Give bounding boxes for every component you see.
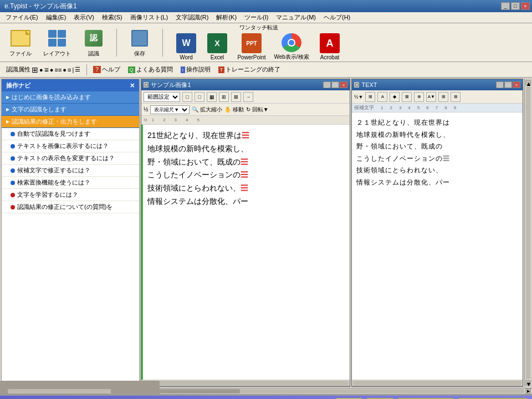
menu-tools[interactable]: ツール(I)	[241, 13, 272, 22]
zoom-half[interactable]: ½	[144, 106, 148, 112]
t2-manual[interactable]: i 操作説明	[178, 64, 213, 75]
doc-btn-2[interactable]: □	[195, 92, 204, 102]
layout-button[interactable]: レイアウト	[41, 27, 73, 59]
minimize-button[interactable]: _	[501, 2, 510, 10]
file-button[interactable]: ファイル	[4, 27, 37, 59]
scroll-down-btn[interactable]: ▼	[525, 380, 531, 386]
text-btn-3[interactable]: ◆	[390, 92, 400, 102]
doc-btn-5[interactable]: ⊠	[231, 92, 241, 102]
menu-analysis[interactable]: 解析(K)	[213, 13, 240, 22]
text-doc-controls[interactable]: _ □ ×	[496, 81, 520, 88]
text-scrolltrack[interactable]	[353, 381, 521, 385]
sample-image-title: サンプル画像1	[151, 81, 191, 89]
menu-edit[interactable]: 編集(E)	[43, 13, 70, 22]
text-panel-title: TEXT	[361, 81, 377, 88]
word-button[interactable]: W Word	[172, 33, 201, 62]
menu-recognition[interactable]: 文字認識(R)	[172, 13, 212, 22]
text-close-btn[interactable]: ×	[513, 81, 520, 88]
doc-btn-3[interactable]: ▦	[207, 92, 217, 102]
sample-scrolltrack[interactable]	[142, 381, 349, 385]
zoom-btn[interactable]: 🔍 拡大縮小	[192, 106, 222, 114]
web-btn-label: Web表示/検索	[274, 53, 309, 61]
text-panel-toolbar: ½▼ ⊞ A ◆ ⊠ ⊕ A▼ ⊞ ⊞	[352, 90, 523, 104]
text-ruler: 候補文字 123456789	[352, 104, 523, 112]
menu-file[interactable]: ファイル(E)	[2, 13, 42, 22]
text-btn-6[interactable]: A▼	[426, 92, 436, 102]
nav-section-3[interactable]: ▶ 認識結果の修正・出力をします	[2, 116, 139, 128]
window-controls[interactable]: _ □ ×	[501, 2, 530, 10]
close-button[interactable]: ×	[521, 2, 530, 10]
recognition-button[interactable]: 認 認識	[78, 27, 110, 59]
main-toolbar: ファイル レイアウト 認 認識 保存 ワンタッチ転送 W Word	[0, 23, 532, 62]
acrobat-button[interactable]: A Acrobat	[314, 33, 346, 62]
text-maximize-btn[interactable]: □	[504, 81, 512, 88]
help-header: ステップ１ 文章形式の原稿の認識 ◀ 戻る 次へ ▶ ● ステップ選択へ	[0, 396, 532, 399]
save-button[interactable]: 保存	[124, 27, 156, 59]
menu-help[interactable]: ヘルプ(H)	[320, 13, 354, 22]
file-icon	[11, 30, 30, 47]
text-h-scrollbar[interactable]	[352, 380, 523, 386]
nav-link-7[interactable]: 認識結果の修正について(の質問)を	[2, 201, 139, 213]
text-minimize-btn[interactable]: _	[496, 81, 504, 88]
text-btn-1[interactable]: ⊞	[365, 92, 375, 102]
sample-close-btn[interactable]: ×	[340, 81, 347, 88]
sample-doc-toolbar: 範囲設定 □ □ ▦ ⊞ ⊠ →	[141, 90, 350, 104]
t2-training-end[interactable]: T トレーニングの終了	[216, 64, 284, 75]
second-toolbar: 認識属性 ⊞ ● ≡ ● ≡≡ ● ≡ | ☰ ? ヘルプ Q よくある質問 i…	[0, 62, 532, 78]
layout-icon	[48, 30, 66, 47]
doc-btn-6[interactable]: →	[243, 92, 253, 102]
maximize-button[interactable]: □	[511, 2, 520, 10]
nav-link-6[interactable]: 文字を学習するには？	[2, 189, 139, 201]
sample-doc-content: 21世紀となり、現在世界は☰ 地球規模の新時代を模索し、 野・領域において、既成…	[141, 125, 350, 380]
nav-link-4[interactable]: 候補文字で修正するには？	[2, 165, 139, 177]
text-btn-4[interactable]: ⊠	[402, 92, 412, 102]
sample-ruler: ½ 12345	[141, 116, 350, 125]
scroll-right-btn[interactable]: ▶	[525, 388, 531, 394]
web-button[interactable]: Web表示/検索	[272, 33, 311, 62]
move-btn[interactable]: ✋ 移動	[224, 106, 244, 114]
menu-imagelist[interactable]: 画像リスト(L)	[127, 13, 171, 22]
powerpoint-button[interactable]: PPT PowerPoint	[234, 33, 269, 62]
sample-text: 21世紀となり、現在世界は☰ 地球規模の新時代を模索し、 野・領域において、既成…	[147, 129, 345, 208]
nav-link-3[interactable]: テキストの表示色を変更するには？	[2, 152, 139, 165]
excel-button[interactable]: X Excel	[203, 33, 232, 62]
nav-panel: 操作ナビ × ▶ はじめに画像を読み込みます ▶ 文字の認識をします ▶ 認識結…	[1, 79, 140, 387]
sample-image-window: □ サンプル画像1 _ □ × 範囲設定 □ □ ▦ ⊞ ⊠ →	[141, 79, 350, 387]
help-main: ステップ１ 文章形式の原稿の認識 ◀ 戻る 次へ ▶ ● ステップ選択へ	[8, 396, 532, 399]
doc-btn-4[interactable]: ⊞	[219, 92, 229, 102]
nav-close-btn[interactable]: ×	[130, 81, 135, 90]
menu-bar: ファイル(E) 編集(E) 表示(V) 検索(S) 画像リスト(L) 文字認識(…	[0, 12, 532, 23]
sample-doc-controls[interactable]: _ □ ×	[323, 81, 347, 88]
excel-btn-label: Excel	[211, 54, 224, 60]
text-btn-5[interactable]: ⊕	[414, 92, 424, 102]
sample-h-scrollbar[interactable]	[141, 380, 350, 386]
text-btn-7[interactable]: ⊞	[438, 92, 448, 102]
nav-link-1[interactable]: 自動で誤認識を見つけます	[2, 128, 139, 140]
sample-minimize-btn[interactable]: _	[323, 81, 331, 88]
t2-recognition-attr[interactable]: 認識属性 ⊞ ● ≡ ● ≡≡ ● ≡ | ☰	[3, 64, 83, 75]
view-scale-select[interactable]: 表示縮尺▼	[150, 105, 190, 114]
chrome-icon	[282, 33, 301, 52]
sample-doc-toolbar2: ½ 表示縮尺▼ 🔍 拡大縮小 ✋ 移動 ↻ 回転▼	[141, 104, 350, 116]
range-setting-select[interactable]: 範囲設定	[144, 92, 180, 102]
menu-manual[interactable]: マニュアル(M)	[273, 13, 319, 22]
nav-link-2[interactable]: テキストを画像に表示するには？	[2, 140, 139, 152]
menu-view[interactable]: 表示(V)	[70, 13, 98, 22]
nav-section-1[interactable]: ▶ はじめに画像を読み込みます	[2, 91, 139, 104]
right-scrollbar[interactable]: ▲ ▼	[524, 79, 531, 387]
t2-faq[interactable]: Q よくある質問	[125, 64, 176, 75]
nav-link-5[interactable]: 検索置換機能を使うには？	[2, 177, 139, 189]
nav-section-2[interactable]: ▶ 文字の認識をします	[2, 104, 139, 116]
recognition-icon: 認	[85, 30, 103, 47]
doc-btn-1[interactable]: □	[182, 92, 192, 102]
t2-help[interactable]: ? ヘルプ	[90, 64, 123, 75]
text-zoom-half[interactable]: ½▼	[354, 94, 363, 100]
sample-maximize-btn[interactable]: □	[331, 81, 339, 88]
rotate-btn[interactable]: ↻ 回転▼	[246, 106, 269, 114]
scroll-up-btn[interactable]: ▲	[525, 80, 531, 85]
toolbar-sep-1	[116, 29, 117, 57]
word-btn-label: Word	[180, 54, 193, 60]
menu-search[interactable]: 検索(S)	[99, 13, 126, 22]
text-btn-8[interactable]: ⊞	[451, 92, 461, 102]
text-btn-2[interactable]: A	[377, 92, 387, 102]
